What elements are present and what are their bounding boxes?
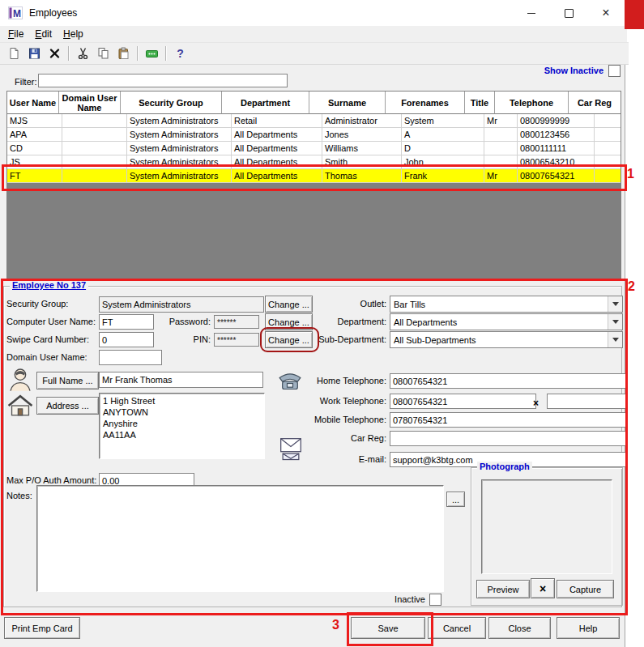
toolbar-separator [68,46,70,61]
menu-edit[interactable]: Edit [29,27,58,41]
employee-table: User NameDomain User NameSecurity GroupD… [6,91,621,281]
close-dialog-button[interactable]: Close [488,617,551,639]
address-button[interactable]: Address ... [36,397,99,415]
column-header[interactable]: Security Group [121,92,222,114]
paste-icon [117,47,130,60]
print-emp-card-button[interactable]: Print Emp Card [4,617,80,639]
outlet-dropdown[interactable]: Bar Tills [390,296,623,313]
svg-text:M: M [13,8,21,19]
cancel-button[interactable]: Cancel [428,617,486,639]
table-cell: All Departments [232,128,322,142]
table-cell: Thomas [322,169,402,183]
table-row[interactable]: JSSystem AdministratorsAll DepartmentsSm… [7,155,621,169]
annotation-number-1: 1 [627,167,634,181]
save-button-toolbar[interactable] [25,45,44,62]
chevron-down-icon[interactable] [608,296,622,312]
column-header[interactable]: Car Reg [569,92,621,114]
sub-department-dropdown[interactable]: All Sub-Departments [390,331,623,348]
table-row[interactable]: APASystem AdministratorsAll DepartmentsJ… [7,128,621,142]
maximize-button[interactable] [550,0,587,26]
filter-input[interactable] [38,74,288,87]
email-label: E-mail: [324,454,386,464]
change-security-group-button[interactable]: Change ... [265,296,313,313]
pin-pad-button[interactable] [143,45,161,62]
work-telephone-label: Work Telephone: [308,396,386,406]
titlebar[interactable]: M Employees × [0,0,625,27]
cut-button[interactable] [74,45,92,62]
department-dropdown[interactable]: All Departments [390,313,623,330]
table-row[interactable]: FTSystem AdministratorsAll DepartmentsTh… [7,169,621,183]
column-header[interactable]: Forenames [386,92,465,114]
chevron-down-icon[interactable] [608,332,622,347]
work-telephone-field[interactable]: 08007654321 [390,394,536,409]
domain-user-name-field[interactable] [99,350,162,365]
photo-preview-button[interactable]: Preview [476,580,530,598]
column-header[interactable]: Title [465,92,495,114]
table-cell [595,155,621,169]
photo-capture-button[interactable]: Capture [557,580,614,598]
table-cell [62,114,127,128]
notes-more-button[interactable]: ... [446,492,465,507]
help-button-toolbar[interactable]: ? [171,45,190,62]
table-cell: Frank [402,169,484,183]
car-reg-field[interactable] [390,431,628,446]
show-inactive-checkbox[interactable] [608,65,621,77]
table-cell: System Administrators [127,155,232,169]
copy-button[interactable] [94,45,113,62]
delete-button[interactable] [45,45,64,62]
change-password-button[interactable]: Change ... [265,313,313,330]
table-row[interactable]: CDSystem AdministratorsAll DepartmentsWi… [7,142,621,155]
photo-delete-button[interactable]: × [531,578,555,598]
column-header[interactable]: Surname [309,92,386,114]
security-group-field[interactable]: System Administrators [99,296,264,313]
work-telephone-ext-field[interactable] [547,394,628,409]
full-name-field[interactable]: Mr Frank Thomas [99,372,263,388]
minimize-button[interactable] [513,0,550,26]
mobile-telephone-field[interactable]: 07807654321 [390,412,628,428]
max-po-label: Max P/O Auth Amount: [6,475,96,485]
table-cell: All Departments [232,142,322,155]
column-header[interactable]: Domain User Name [59,92,121,114]
new-button[interactable] [5,45,23,62]
paste-button[interactable] [114,45,133,62]
table-cell: Jones [322,128,402,142]
table-cell: 0800999999 [518,114,595,128]
menu-file[interactable]: File [2,27,29,41]
column-header[interactable]: Telephone [495,92,569,114]
car-reg-label: Car Reg: [308,433,386,443]
swipe-card-field[interactable]: 0 [99,332,154,347]
notes-field[interactable] [36,485,444,592]
menu-help[interactable]: Help [58,27,89,41]
table-cell: System [402,114,484,128]
save-icon [28,47,41,60]
inactive-label: Inactive [386,594,425,604]
work-telephone-clear-button[interactable]: × [533,395,539,410]
column-header[interactable]: Department [222,92,309,114]
column-header[interactable]: User Name [7,92,59,114]
table-cell: Administrator [322,114,402,128]
background-red-strip [625,0,644,29]
address-field[interactable]: 1 High Street ANYTOWN Anyshire AA11AA [99,393,265,459]
table-cell [595,142,621,155]
close-button[interactable]: × [587,0,625,26]
table-cell: APA [7,128,62,142]
home-telephone-field[interactable]: 08007654321 [390,373,628,389]
change-pin-button[interactable]: Change ... [265,331,313,348]
menubar: File Edit Help [0,26,627,42]
new-document-icon [7,47,21,60]
domain-user-name-label: Domain User Name: [6,352,87,362]
table-cell: MJS [7,114,62,128]
computer-user-name-field[interactable]: FT [99,314,154,330]
close-icon: × [533,398,539,409]
inactive-checkbox[interactable] [429,594,441,606]
chevron-down-icon[interactable] [608,314,622,330]
swipe-card-label: Swipe Card Number: [6,334,89,344]
help-button[interactable]: Help [557,617,620,639]
full-name-button[interactable]: Full Name ... [36,372,99,389]
filter-label: Filter: [15,77,37,87]
password-field: ****** [214,315,259,329]
table-cell [62,128,127,142]
table-row[interactable]: MJSSystem AdministratorsRetailAdministra… [7,114,621,128]
save-button[interactable]: Save [351,617,425,639]
table-cell: JS [7,155,62,169]
